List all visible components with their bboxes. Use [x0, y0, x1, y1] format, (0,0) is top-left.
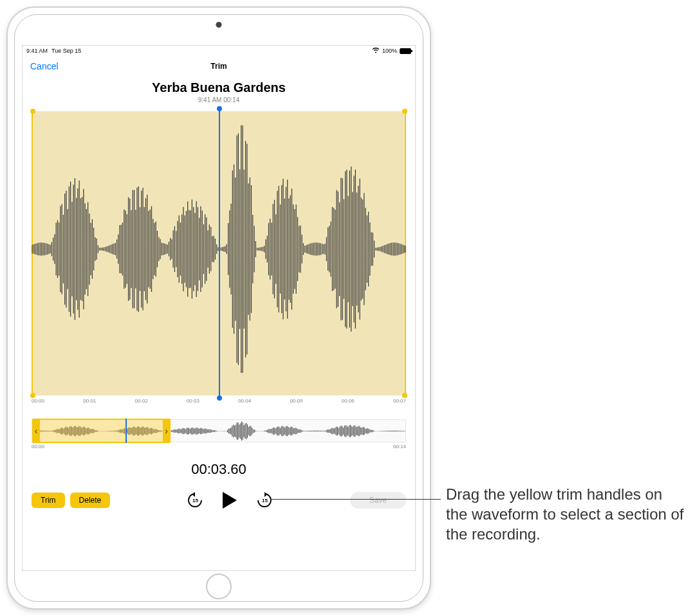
skip-back-button[interactable]: 15: [187, 492, 203, 509]
playback-controls: 15 15: [115, 491, 344, 510]
overview-trim-handle-right[interactable]: ›: [163, 419, 171, 443]
status-date: Tue Sep 15: [51, 48, 81, 54]
controls-row: Trim Delete 15 15 Save: [32, 491, 406, 510]
recording-subtitle: 9:41 AM 00:14: [23, 96, 415, 104]
ruler-tick: 00:02: [135, 398, 148, 404]
home-button[interactable]: [206, 574, 232, 599]
waveform-main[interactable]: [32, 111, 406, 395]
delete-button[interactable]: Delete: [70, 493, 111, 508]
battery-percent: 100%: [382, 48, 397, 54]
save-button[interactable]: Save: [350, 492, 406, 509]
ipad-device-frame: 9:41 AM Tue Sep 15 100% Cancel Trim Yerb…: [6, 6, 431, 610]
ruler-tick: 00:05: [290, 398, 302, 404]
ruler-tick: 00:03: [187, 398, 199, 404]
overview-time-labels: 00:00 00:14: [32, 444, 406, 449]
ruler-tick: 00:04: [238, 398, 251, 404]
trim-button[interactable]: Trim: [32, 493, 65, 508]
play-button[interactable]: [221, 491, 238, 510]
trim-handle-bottom-right[interactable]: [402, 393, 407, 398]
skip-back-label: 15: [192, 498, 198, 503]
ruler-tick: 00:01: [83, 398, 96, 404]
ruler-tick: 00:00: [32, 398, 44, 404]
ruler-tick: 00:07: [393, 398, 406, 404]
callout-leader-line: [270, 499, 441, 500]
ruler-tick: 00:06: [342, 398, 355, 404]
status-time: 9:41 AM: [26, 48, 48, 54]
screen-title: Trim: [210, 62, 227, 71]
skip-forward-button[interactable]: 15: [256, 492, 273, 509]
front-camera: [216, 22, 222, 28]
trim-handle-bottom-left[interactable]: [30, 393, 35, 398]
screen: 9:41 AM Tue Sep 15 100% Cancel Trim Yerb…: [22, 45, 416, 571]
overview-playhead[interactable]: [125, 419, 127, 443]
recording-header: Yerba Buena Gardens 9:41 AM 00:14: [23, 80, 415, 104]
wifi-icon: [372, 48, 380, 55]
overview-start-time: 00:00: [32, 444, 44, 449]
callout-text: Drag the yellow trim handles on the wave…: [446, 484, 684, 545]
battery-icon: [400, 48, 411, 54]
nav-bar: Cancel Trim: [23, 56, 415, 77]
recording-title: Yerba Buena Gardens: [23, 80, 415, 95]
current-time-readout: 00:03.60: [23, 461, 415, 478]
status-bar: 9:41 AM Tue Sep 15 100%: [23, 46, 415, 56]
overview-selection[interactable]: ‹ ›: [32, 419, 171, 443]
overview-trim-handle-left[interactable]: ‹: [32, 419, 40, 443]
skip-forward-label: 15: [262, 498, 268, 503]
playhead[interactable]: [219, 109, 220, 398]
overview-end-time: 00:14: [393, 444, 406, 449]
waveform-overview[interactable]: ‹ ›: [32, 419, 406, 442]
cancel-button[interactable]: Cancel: [30, 61, 59, 71]
